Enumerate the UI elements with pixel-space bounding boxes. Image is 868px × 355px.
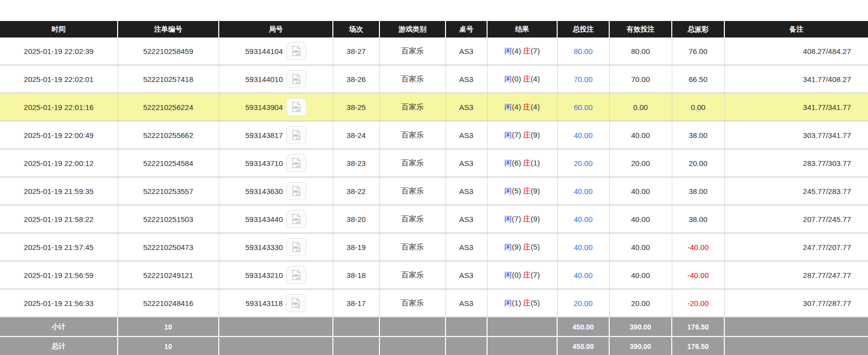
video-replay-button[interactable]	[286, 70, 306, 88]
result-banker-score: (9)	[531, 186, 540, 195]
result-banker-score: (9)	[531, 214, 540, 223]
cell-valid-bet: 0.00	[609, 93, 672, 121]
cell-time: 2025-01-19 21:56:33	[0, 289, 118, 317]
video-replay-button[interactable]	[286, 98, 306, 116]
cell-bet-id: 522210249121	[118, 261, 219, 289]
result-player-label: 闲	[505, 214, 512, 223]
cell-total-bet[interactable]: 40.00	[557, 177, 609, 205]
summary-empty-game-type	[379, 317, 446, 336]
table-row[interactable]: 2025-01-19 22:02:01 522210257418 5931440…	[0, 65, 868, 93]
round-id-text: 593144104	[245, 47, 283, 56]
bet-records-table: 时间注单编号局号场次游戏类别桌号结果总投注有效投注总派彩备注 2025-01-1…	[0, 21, 868, 355]
result-player-score: (9)	[512, 242, 521, 251]
cell-remark: 341.77/341.77	[724, 93, 868, 121]
cell-total-payout: 38.00	[672, 177, 724, 205]
video-file-icon	[290, 297, 302, 309]
video-file-icon	[290, 269, 302, 281]
table-row[interactable]: 2025-01-19 22:01:16 522210256224 5931439…	[0, 93, 868, 121]
table-row[interactable]: 2025-01-19 21:57:45 522210250473 5931433…	[0, 233, 868, 261]
table-row[interactable]: 2025-01-19 21:56:59 522210249121 5931432…	[0, 261, 868, 289]
video-replay-button[interactable]	[286, 294, 306, 312]
cell-total-bet[interactable]: 80.00	[557, 38, 609, 65]
cell-session: 38-25	[333, 93, 379, 121]
cell-total-payout: -40.00	[672, 261, 724, 289]
cell-table-no: AS3	[446, 233, 487, 261]
cell-total-bet[interactable]: 40.00	[557, 205, 609, 233]
table-row[interactable]: 2025-01-19 21:58:22 522210251503 5931434…	[0, 205, 868, 233]
summary-empty-table-no	[446, 317, 487, 336]
table-row[interactable]: 2025-01-19 22:02:39 522210258459 5931441…	[0, 38, 868, 65]
cell-table-no: AS3	[446, 121, 487, 149]
cell-round-id: 593143118	[219, 289, 333, 317]
video-replay-button[interactable]	[286, 126, 306, 144]
cell-total-bet[interactable]: 40.00	[557, 261, 609, 289]
video-replay-button[interactable]	[286, 238, 306, 256]
cell-time: 2025-01-19 22:02:01	[0, 65, 118, 93]
cell-table-no: AS3	[446, 149, 487, 177]
cell-session: 38-17	[333, 289, 379, 317]
cell-valid-bet: 70.00	[609, 65, 672, 93]
summary-valid-bet: 390.00	[609, 317, 672, 336]
cell-bet-id: 522210255662	[118, 121, 219, 149]
cell-round-id: 593143710	[219, 149, 333, 177]
result-player-score: (1)	[512, 298, 521, 307]
video-replay-button[interactable]	[286, 210, 306, 228]
round-id-text: 593143118	[246, 299, 283, 308]
video-file-icon	[290, 129, 302, 141]
result-banker-label: 庄	[523, 242, 531, 251]
result-player-score: (4)	[512, 46, 521, 55]
cell-valid-bet: 40.00	[609, 177, 672, 205]
table-row[interactable]: 2025-01-19 22:00:49 522210255662 5931438…	[0, 121, 868, 149]
result-banker-label: 庄	[523, 298, 531, 307]
cell-total-bet[interactable]: 40.00	[557, 233, 609, 261]
cell-remark: 408.27/484.27	[724, 38, 868, 65]
result-banker-score: (5)	[531, 298, 540, 307]
cell-total-bet[interactable]: 20.00	[557, 149, 609, 177]
cell-result: 闲(6) 庄(1)	[487, 149, 557, 177]
bet-records-panel: 时间注单编号局号场次游戏类别桌号结果总投注有效投注总派彩备注 2025-01-1…	[0, 21, 868, 355]
cell-table-no: AS3	[446, 65, 487, 93]
summary-count: 10	[118, 317, 219, 336]
table-row[interactable]: 2025-01-19 21:56:33 522210248416 5931431…	[0, 289, 868, 317]
cell-total-bet[interactable]: 20.00	[557, 289, 609, 317]
cell-game-type: 百家乐	[379, 38, 446, 65]
cell-total-bet[interactable]: 40.00	[557, 121, 609, 149]
summary-empty-round	[219, 336, 333, 355]
cell-valid-bet: 80.00	[609, 38, 672, 65]
summary-total-bet: 450.00	[557, 336, 609, 355]
table-body: 2025-01-19 22:02:39 522210258459 5931441…	[0, 38, 868, 317]
cell-game-type: 百家乐	[379, 289, 446, 317]
cell-table-no: AS3	[446, 177, 487, 205]
table-row[interactable]: 2025-01-19 22:00:12 522210254584 5931437…	[0, 149, 868, 177]
cell-session: 38-26	[333, 65, 379, 93]
cell-total-bet[interactable]: 60.00	[557, 93, 609, 121]
video-replay-button[interactable]	[286, 182, 306, 200]
summary-label: 总计	[0, 336, 118, 355]
result-player-score: (0)	[512, 270, 521, 279]
cell-bet-id: 522210251503	[118, 205, 219, 233]
result-banker-label: 庄	[523, 102, 531, 111]
result-banker-score: (9)	[531, 130, 540, 139]
cell-table-no: AS3	[446, 38, 487, 65]
result-player-score: (5)	[512, 186, 521, 195]
cell-game-type: 百家乐	[379, 93, 446, 121]
video-replay-button[interactable]	[286, 42, 306, 60]
cell-total-payout: 76.00	[672, 38, 724, 65]
column-header-result: 结果	[487, 21, 557, 38]
result-banker-score: (4)	[531, 102, 540, 111]
table-row[interactable]: 2025-01-19 21:59:35 522210253557 5931436…	[0, 177, 868, 205]
cell-bet-id: 522210248416	[118, 289, 219, 317]
cell-time: 2025-01-19 21:57:45	[0, 233, 118, 261]
video-replay-button[interactable]	[286, 154, 306, 172]
cell-game-type: 百家乐	[379, 205, 446, 233]
cell-total-payout: 0.00	[672, 93, 724, 121]
cell-bet-id: 522210253557	[118, 177, 219, 205]
cell-total-payout: -20.00	[672, 289, 724, 317]
result-banker-label: 庄	[523, 158, 531, 167]
video-replay-button[interactable]	[286, 266, 306, 284]
column-header-total_bet: 总投注	[557, 21, 609, 38]
round-id-text: 593144010	[245, 75, 283, 84]
summary-empty-remark	[724, 317, 868, 336]
cell-total-bet[interactable]: 70.00	[557, 65, 609, 93]
cell-game-type: 百家乐	[379, 121, 446, 149]
